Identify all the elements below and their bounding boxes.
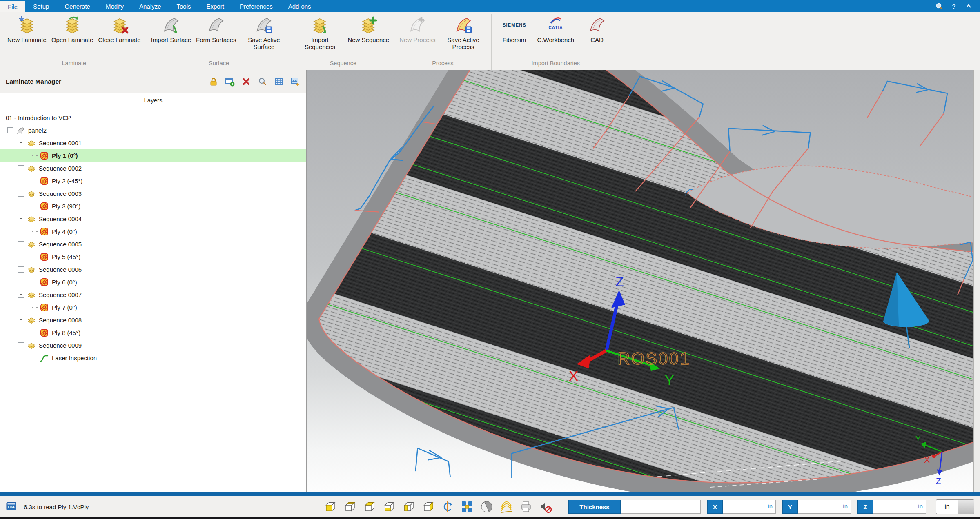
view-back-icon[interactable] bbox=[341, 499, 358, 514]
ribbon-button-new-laminate[interactable]: New Laminate bbox=[5, 14, 49, 43]
tree-item-label: Sequence 0009 bbox=[39, 342, 82, 349]
search-icon[interactable] bbox=[257, 76, 268, 87]
tree-item-ply-1-0[interactable]: Ply 1 (0°) bbox=[0, 149, 306, 162]
tree-item-sequence-0007[interactable]: −Sequence 0007 bbox=[0, 288, 306, 301]
expander-icon[interactable]: − bbox=[18, 140, 24, 146]
right-splitter[interactable] bbox=[973, 70, 980, 492]
tree-item-sequence-0004[interactable]: −Sequence 0004 bbox=[0, 213, 306, 225]
tree-item-label: Ply 7 (0°) bbox=[52, 304, 77, 311]
nav-x-label: X bbox=[924, 455, 930, 464]
sequence-icon bbox=[27, 291, 36, 299]
tree-item-ply-4-0[interactable]: Ply 4 (0°) bbox=[0, 225, 306, 238]
ribbon-button-label: Fibersim bbox=[503, 36, 526, 43]
ribbon-button-import-surface[interactable]: Import Surface bbox=[149, 14, 194, 43]
tree-item-ply-3-90[interactable]: Ply 3 (90°) bbox=[0, 200, 306, 213]
tree-item-01-introduction-to-vcp[interactable]: 01 - Introduction to VCP bbox=[0, 111, 306, 124]
tree-item-sequence-0002[interactable]: −Sequence 0002 bbox=[0, 162, 306, 175]
unit-toggle-knob[interactable] bbox=[958, 500, 974, 514]
ribbon-button-label: New Sequence bbox=[347, 36, 389, 43]
status-message: 6.3s to read Ply 1.VcPly bbox=[24, 503, 89, 510]
expander-icon[interactable]: − bbox=[18, 241, 24, 247]
expander-icon[interactable]: − bbox=[18, 266, 24, 273]
triad-y-label: Y bbox=[665, 372, 674, 388]
tree-item-ply-5-45[interactable]: Ply 5 (45°) bbox=[0, 251, 306, 263]
ribbon-button-save-active-process[interactable]: Save Active Process bbox=[438, 14, 489, 50]
mute-icon[interactable] bbox=[537, 499, 554, 514]
tree-item-sequence-0008[interactable]: −Sequence 0008 bbox=[0, 314, 306, 326]
ribbon-button-close-laminate[interactable]: Close Laminate bbox=[96, 14, 143, 43]
field-unit: in bbox=[768, 503, 773, 510]
print-icon[interactable] bbox=[518, 499, 534, 514]
export-image-icon[interactable] bbox=[290, 76, 301, 87]
view-left-icon[interactable] bbox=[400, 499, 416, 514]
menu-item-file[interactable]: File bbox=[0, 1, 25, 12]
ribbon-button-fibersim[interactable]: SIEMENSFibersim bbox=[494, 14, 535, 43]
tree-item-laser-inspection[interactable]: Laser Inspection bbox=[0, 352, 306, 364]
tree-item-ply-8-45[interactable]: Ply 8 (45°) bbox=[0, 326, 306, 339]
field-label-thickness: Thickness bbox=[568, 500, 621, 514]
search-icon[interactable] bbox=[935, 2, 943, 10]
tree-item-ply-7-0[interactable]: Ply 7 (0°) bbox=[0, 301, 306, 314]
expander-icon[interactable]: − bbox=[18, 165, 24, 171]
flip-surface-icon[interactable] bbox=[479, 499, 495, 514]
viewport-canvas[interactable]: Z X Y ROS001 Y X Z bbox=[307, 70, 973, 492]
view-right-icon[interactable] bbox=[420, 499, 436, 514]
ribbon-button-form-surfaces[interactable]: Form Surfaces bbox=[194, 14, 238, 43]
rotate-icon[interactable] bbox=[439, 499, 456, 514]
unit-toggle[interactable]: in bbox=[936, 499, 974, 514]
ribbon-group-name: Sequence bbox=[294, 60, 392, 70]
expander-icon[interactable]: − bbox=[18, 317, 24, 323]
ribbon-button-save-active-surface[interactable]: Save Active Surface bbox=[238, 14, 289, 50]
ribbon-button-cad[interactable]: CAD bbox=[577, 14, 617, 43]
view-bottom-icon[interactable] bbox=[381, 499, 397, 514]
menu-item-tools[interactable]: Tools bbox=[169, 0, 198, 12]
cworkbench-icon: CATIA bbox=[539, 16, 573, 35]
ribbon-button-new-sequence[interactable]: New Sequence bbox=[345, 14, 392, 43]
tree-item-sequence-0009[interactable]: −Sequence 0009 bbox=[0, 339, 306, 352]
expander-icon[interactable]: − bbox=[18, 292, 24, 298]
fibersim-icon: SIEMENS bbox=[497, 16, 532, 35]
field-input-thickness[interactable] bbox=[621, 500, 701, 514]
tree-item-ply-2-45[interactable]: Ply 2 (-45°) bbox=[0, 175, 306, 187]
table-icon[interactable] bbox=[274, 76, 284, 87]
viewport-3d[interactable]: Z X Y ROS001 Y X Z bbox=[307, 70, 973, 492]
tree-connector bbox=[32, 307, 38, 308]
tree-item-sequence-0003[interactable]: −Sequence 0003 bbox=[0, 187, 306, 200]
menu-item-generate[interactable]: Generate bbox=[57, 0, 98, 12]
tree-item-label: Sequence 0005 bbox=[39, 241, 82, 248]
menu-item-analyze[interactable]: Analyze bbox=[131, 0, 169, 12]
fit-view-icon[interactable] bbox=[459, 499, 475, 514]
expander-icon[interactable]: − bbox=[18, 342, 24, 348]
help-icon[interactable]: ? bbox=[950, 2, 958, 10]
ribbon-group-process: New ProcessSave Active ProcessProcess bbox=[394, 14, 491, 70]
menu-item-add-ons[interactable]: Add-ons bbox=[281, 0, 319, 12]
expander-icon[interactable]: − bbox=[18, 191, 24, 197]
log-icon[interactable]: LOG bbox=[6, 501, 17, 513]
fiber-paths-icon[interactable] bbox=[498, 499, 514, 514]
tree-connector bbox=[32, 282, 38, 282]
menu-item-setup[interactable]: Setup bbox=[25, 0, 57, 12]
tree-item-panel2[interactable]: −panel2 bbox=[0, 124, 306, 137]
ribbon-button-open-laminate[interactable]: Open Laminate bbox=[49, 14, 96, 43]
delete-icon[interactable] bbox=[241, 76, 252, 87]
lock-icon[interactable] bbox=[208, 76, 219, 87]
view-front-icon[interactable] bbox=[322, 499, 338, 514]
tree-item-sequence-0005[interactable]: −Sequence 0005 bbox=[0, 238, 306, 251]
svg-text:LOG: LOG bbox=[8, 506, 14, 509]
tree-item-sequence-0006[interactable]: −Sequence 0006 bbox=[0, 263, 306, 276]
field-thickness: Thickness bbox=[568, 500, 701, 514]
add-window-icon[interactable] bbox=[225, 76, 235, 87]
ribbon-button-import-sequences[interactable]: Import Sequences bbox=[294, 14, 345, 50]
tree-item-label: Ply 5 (45°) bbox=[52, 253, 80, 260]
laser-icon bbox=[40, 354, 49, 362]
menu-item-modify[interactable]: Modify bbox=[98, 0, 131, 12]
tree-item-sequence-0001[interactable]: −Sequence 0001 bbox=[0, 137, 306, 149]
menu-item-preferences[interactable]: Preferences bbox=[232, 0, 281, 12]
expander-icon[interactable]: − bbox=[7, 127, 13, 133]
view-top-icon[interactable] bbox=[361, 499, 377, 514]
collapse-ribbon-icon[interactable] bbox=[964, 2, 973, 10]
tree-item-ply-6-0[interactable]: Ply 6 (0°) bbox=[0, 276, 306, 288]
menu-item-export[interactable]: Export bbox=[199, 0, 232, 12]
ribbon-button-c-workbench[interactable]: CATIAC.Workbench bbox=[535, 14, 577, 43]
expander-icon[interactable]: − bbox=[18, 216, 24, 222]
